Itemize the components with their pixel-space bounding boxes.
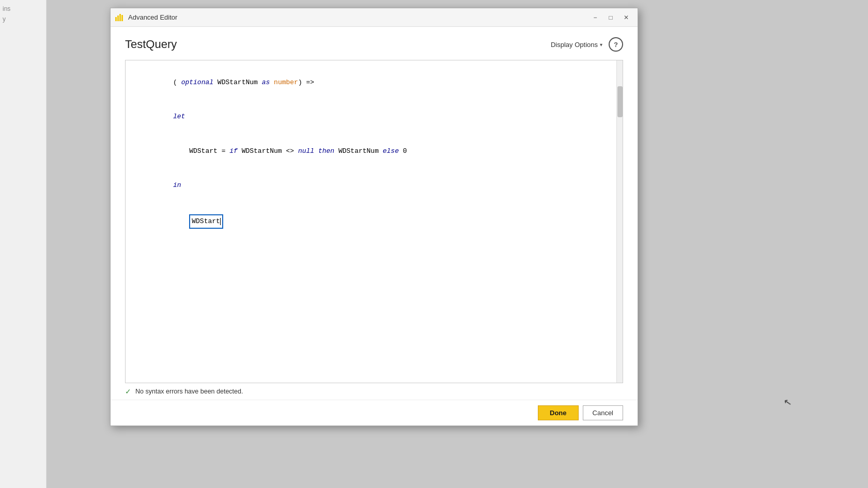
svg-rect-0	[115, 17, 117, 21]
dialog-title: Advanced Editor	[128, 13, 177, 21]
check-icon: ✓	[125, 387, 131, 396]
display-options-button[interactable]: Display Options ▾	[548, 39, 606, 51]
code-line-4: in	[133, 168, 609, 202]
mouse-cursor: ↖	[783, 396, 793, 408]
code-area[interactable]: ( optional WDStartNum as number) => let …	[126, 60, 616, 383]
svg-rect-2	[119, 14, 121, 21]
code-line-3: WDStart = if WDStartNum <> null then WDS…	[133, 134, 609, 168]
sidebar-text2: y	[3, 15, 6, 23]
editor-scrollbar[interactable]	[616, 60, 623, 383]
close-button[interactable]: ✕	[619, 10, 633, 25]
sidebar-text1: ins	[3, 5, 10, 12]
advanced-editor-dialog: Advanced Editor − □ ✕ TestQuery Display …	[110, 8, 638, 426]
status-message: No syntax errors have been detected.	[135, 388, 243, 395]
title-bar-left: Advanced Editor	[115, 13, 177, 22]
query-title: TestQuery	[125, 38, 177, 51]
dialog-footer: Done Cancel	[111, 400, 638, 426]
help-button[interactable]: ?	[609, 37, 623, 52]
title-bar-controls: − □ ✕	[588, 10, 633, 25]
chevron-down-icon: ▾	[600, 42, 602, 48]
maximize-button[interactable]: □	[603, 10, 618, 25]
display-options-label: Display Options	[551, 41, 598, 49]
code-line-5: WDStart	[133, 203, 609, 240]
title-bar: Advanced Editor − □ ✕	[111, 8, 638, 27]
code-line-1: ( optional WDStartNum as number) =>	[133, 66, 609, 100]
sidebar-panel: ins y	[0, 0, 47, 488]
dialog-body: TestQuery Display Options ▾ ? ( optional…	[111, 27, 638, 400]
status-bar: ✓ No syntax errors have been detected.	[125, 383, 623, 400]
selected-token: WDStart	[189, 214, 223, 229]
svg-rect-3	[121, 15, 123, 21]
cancel-button[interactable]: Cancel	[583, 405, 623, 420]
svg-rect-1	[117, 15, 119, 21]
done-button[interactable]: Done	[538, 405, 579, 420]
minimize-button[interactable]: −	[588, 10, 602, 25]
dialog-header: TestQuery Display Options ▾ ?	[125, 37, 623, 52]
code-editor[interactable]: ( optional WDStartNum as number) => let …	[125, 60, 623, 383]
header-right: Display Options ▾ ?	[548, 37, 623, 52]
powerbi-icon	[115, 13, 124, 22]
code-line-2: let	[133, 100, 609, 134]
scrollbar-thumb[interactable]	[617, 86, 623, 117]
